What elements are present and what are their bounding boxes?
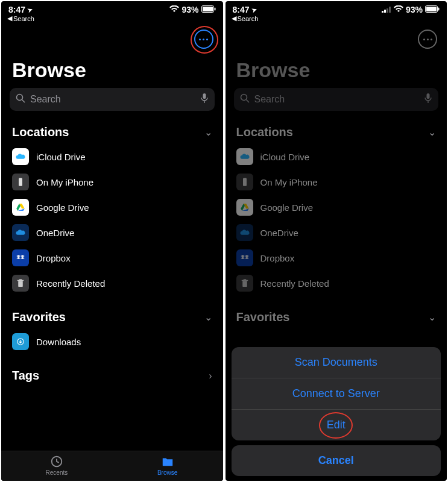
tab-browse[interactable]: Browse	[112, 451, 223, 481]
favorites-header[interactable]: Favorites ⌄	[1, 305, 223, 329]
location-google-drive[interactable]: Google Drive	[1, 195, 223, 220]
svg-rect-45	[243, 279, 246, 280]
mic-icon	[424, 93, 432, 106]
chevron-down-icon: ⌄	[204, 127, 212, 138]
svg-marker-39	[241, 255, 245, 257]
list-item-label: iCloud Drive	[36, 152, 86, 162]
signal-icon	[382, 5, 391, 14]
location-recently-deleted[interactable]: Recently Deleted	[1, 271, 223, 296]
chevron-right-icon: ›	[209, 371, 212, 381]
location-dropbox: Dropbox	[226, 245, 447, 271]
tab-recents[interactable]: Recents	[1, 451, 112, 481]
favorite-downloads[interactable]: Downloads	[1, 329, 223, 354]
battery-icon	[201, 5, 216, 14]
back-label: Search	[13, 15, 34, 22]
locations-label: Locations	[12, 125, 69, 139]
search-bar[interactable]	[10, 88, 215, 111]
status-time: 8:47	[233, 5, 250, 14]
tab-label: Recents	[46, 469, 68, 476]
list-item-label: Downloads	[36, 337, 81, 347]
svg-marker-15	[16, 255, 21, 257]
list-item-label: Recently Deleted	[260, 278, 329, 289]
phone-screenshot-left: 8:47 ➤ 93% ◀ Search Browse	[1, 1, 223, 481]
svg-marker-41	[241, 257, 245, 259]
svg-marker-16	[21, 255, 25, 257]
location-icloud-drive: iCloud Drive	[226, 144, 447, 169]
location-icon: ➤	[27, 5, 33, 13]
locations-header: Locations ⌄	[226, 120, 447, 144]
svg-point-7	[17, 95, 23, 101]
favorites-label: Favorites	[12, 310, 66, 324]
tags-header[interactable]: Tags ›	[1, 364, 223, 387]
svg-rect-43	[242, 281, 247, 287]
svg-rect-44	[241, 280, 248, 281]
favorites-header: Favorites ⌄	[226, 305, 447, 329]
sheet-cancel[interactable]: Cancel	[232, 445, 441, 476]
action-sheet-group: Scan Documents Connect to Server Edit	[232, 347, 441, 440]
more-button[interactable]	[418, 30, 437, 49]
locations-header[interactable]: Locations ⌄	[1, 120, 223, 144]
location-recently-deleted: Recently Deleted	[226, 271, 447, 296]
sheet-scan-documents[interactable]: Scan Documents	[232, 347, 441, 378]
trash-icon	[12, 275, 29, 292]
svg-rect-25	[384, 10, 386, 13]
svg-rect-30	[438, 8, 440, 11]
svg-marker-40	[245, 255, 249, 257]
location-onedrive: OneDrive	[226, 220, 447, 245]
svg-rect-5	[203, 7, 213, 11]
svg-point-31	[241, 95, 247, 101]
back-to-search[interactable]: ◀ Search	[1, 14, 223, 25]
list-item-label: OneDrive	[36, 228, 74, 238]
svg-rect-6	[214, 8, 215, 11]
battery-percent: 93%	[181, 5, 198, 14]
sheet-edit[interactable]: Edit	[232, 409, 441, 440]
battery-icon	[425, 5, 440, 14]
list-item-label: OneDrive	[260, 228, 298, 238]
action-sheet: Scan Documents Connect to Server Edit Ca…	[232, 347, 441, 476]
chevron-down-icon: ⌄	[428, 311, 436, 323]
status-time: 8:47	[8, 5, 25, 14]
downloads-folder-icon	[12, 333, 29, 350]
svg-rect-9	[203, 93, 206, 99]
more-button[interactable]	[194, 30, 213, 49]
svg-marker-18	[21, 257, 25, 259]
svg-rect-35	[243, 178, 247, 186]
onedrive-icon	[12, 224, 29, 241]
location-icloud-drive[interactable]: iCloud Drive	[1, 144, 223, 169]
dropbox-icon	[12, 249, 29, 266]
tab-bar: Recents Browse	[1, 451, 223, 481]
mic-icon[interactable]	[200, 93, 209, 106]
battery-percent: 93%	[406, 5, 423, 14]
google-drive-icon	[12, 199, 29, 216]
list-item-label: Google Drive	[260, 202, 314, 213]
sheet-edit-label: Edit	[327, 419, 345, 431]
page-title: Browse	[1, 52, 223, 88]
google-drive-icon	[236, 199, 253, 216]
svg-rect-26	[386, 8, 388, 13]
iphone-icon	[12, 174, 29, 190]
back-label: Search	[238, 15, 259, 22]
back-chevron-icon: ◀	[232, 14, 236, 22]
locations-label: Locations	[236, 125, 293, 139]
location-on-my-iphone[interactable]: On My iPhone	[1, 169, 223, 195]
list-item-label: Dropbox	[36, 253, 71, 263]
svg-rect-11	[19, 178, 22, 186]
icloud-icon	[12, 148, 29, 165]
back-to-search[interactable]: ◀ Search	[226, 14, 447, 25]
sheet-connect-to-server[interactable]: Connect to Server	[232, 378, 441, 409]
search-input[interactable]	[30, 94, 195, 105]
search-input	[254, 94, 420, 105]
list-item-label: On My iPhone	[36, 177, 93, 187]
location-onedrive[interactable]: OneDrive	[1, 220, 223, 245]
tags-label: Tags	[12, 369, 39, 383]
icloud-icon	[236, 148, 253, 165]
svg-marker-17	[16, 257, 21, 259]
chevron-down-icon: ⌄	[428, 127, 436, 138]
svg-rect-27	[389, 7, 391, 13]
trash-icon	[236, 275, 253, 292]
status-bar: 8:47 ➤ 93%	[226, 1, 447, 14]
svg-line-32	[246, 100, 249, 103]
svg-rect-24	[382, 11, 383, 13]
phone-screenshot-right: 8:47 ➤ 93% ◀ Search Browse	[226, 1, 447, 481]
location-dropbox[interactable]: Dropbox	[1, 245, 223, 271]
